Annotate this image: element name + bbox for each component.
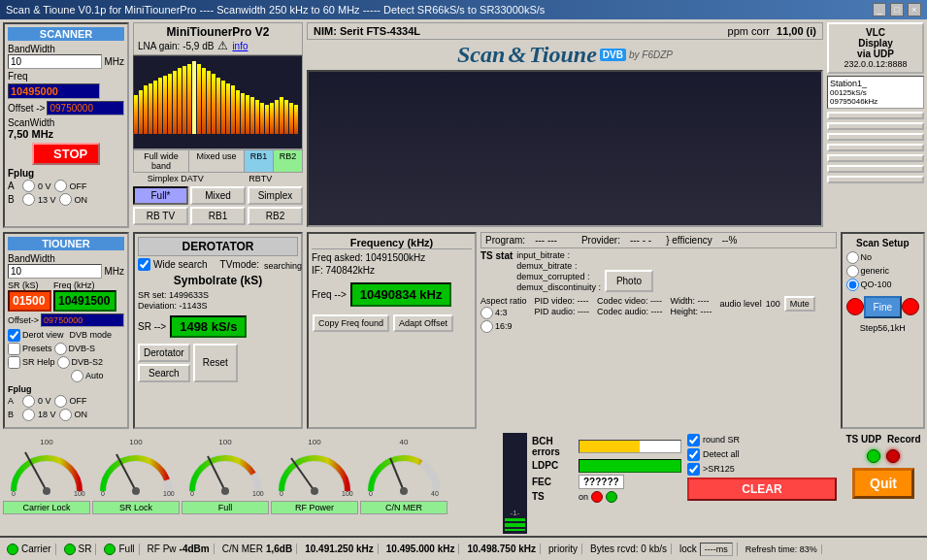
scanner-0v-radio[interactable] bbox=[22, 180, 35, 192]
channel-btn-7[interactable] bbox=[827, 176, 924, 183]
freq-asked-value: 10491500kHz bbox=[366, 252, 426, 263]
sr-lock-gauge: 100 0 100 SR Lock bbox=[92, 433, 180, 534]
t-18v-radio[interactable] bbox=[22, 409, 35, 421]
lock-status: lock ----ms bbox=[676, 543, 738, 556]
scanner-freq-input[interactable] bbox=[8, 83, 100, 99]
t-0v-radio[interactable] bbox=[22, 395, 35, 408]
frequency-panel: Frequency (kHz) Freq asked: 10491500kHz … bbox=[307, 232, 477, 429]
scanner-on-radio[interactable] bbox=[59, 193, 72, 206]
round-sr-cb[interactable] bbox=[687, 434, 700, 446]
freq-current-row: Freq --> 10490834 kHz bbox=[312, 279, 472, 311]
svg-rect-28 bbox=[270, 103, 274, 134]
svg-text:0: 0 bbox=[12, 490, 16, 497]
fplug-b-row: B 13 V ON bbox=[8, 193, 124, 206]
lock-value: ----ms bbox=[700, 543, 733, 556]
bch-label: BCH errors bbox=[532, 436, 576, 457]
channel-list bbox=[827, 111, 924, 228]
quit-button[interactable]: Quit bbox=[852, 468, 914, 499]
rb1-button[interactable]: RB1 bbox=[190, 207, 246, 225]
audio-level-label: audio level bbox=[720, 299, 762, 309]
scan-qo100-radio[interactable] bbox=[846, 279, 859, 291]
svg-rect-24 bbox=[250, 97, 254, 134]
stop-button[interactable]: STOP bbox=[32, 143, 100, 165]
t-on-radio[interactable] bbox=[59, 409, 72, 421]
rb2-button[interactable]: RB2 bbox=[248, 207, 303, 225]
channel-btn-1[interactable] bbox=[827, 112, 924, 119]
presets-row: Presets DVB-S bbox=[8, 343, 124, 355]
svg-rect-29 bbox=[275, 100, 279, 134]
carrier-lock-gauge: 100 0 100 Carrier Lock bbox=[3, 433, 90, 534]
photo-btn[interactable]: Photo bbox=[605, 270, 653, 292]
derot-buttons: Derotator Search Reset bbox=[138, 344, 298, 382]
minimize-btn[interactable]: _ bbox=[873, 3, 886, 16]
mixed-button[interactable]: Mixed bbox=[190, 186, 246, 205]
rbtv-button[interactable]: RB TV bbox=[133, 207, 188, 225]
tioune-offset-input[interactable] bbox=[41, 313, 124, 327]
vlc-panel: VLCDisplayvia UDP 232.0.0.12:8888 Statio… bbox=[827, 22, 924, 228]
clear-button[interactable]: CLEAR bbox=[687, 478, 837, 501]
middle-row: TIOUNER BandWidth MHz SR (kS) 01500 Freq… bbox=[0, 230, 927, 431]
scan-generic-radio[interactable] bbox=[846, 265, 859, 278]
scanner-13v-radio[interactable] bbox=[22, 193, 35, 206]
maximize-btn[interactable]: □ bbox=[890, 3, 904, 16]
derotator-btn[interactable]: Derotator bbox=[138, 344, 190, 362]
detect-all-cb[interactable] bbox=[687, 448, 700, 461]
rf-power-label: RF Power bbox=[271, 501, 358, 514]
svg-point-45 bbox=[221, 487, 229, 495]
channel-btn-5[interactable] bbox=[827, 154, 924, 162]
scan-no-row: No bbox=[846, 251, 919, 264]
ar-43-radio[interactable] bbox=[480, 307, 493, 319]
tioune-checkboxes: Derot view DVB mode Presets DVB-S SR Hel… bbox=[8, 329, 124, 382]
svg-rect-6 bbox=[163, 76, 167, 134]
auto-radio[interactable] bbox=[71, 370, 83, 382]
presets-cb[interactable] bbox=[8, 343, 20, 355]
derot-view-cb[interactable] bbox=[8, 329, 20, 342]
channel-btn-2[interactable] bbox=[827, 122, 924, 130]
tvmode-label: TVmode: bbox=[220, 259, 260, 270]
fine-row: Fine bbox=[846, 293, 919, 321]
rf-pw-label: RF Pw bbox=[148, 544, 177, 554]
fplug-a-row: A 0 V OFF bbox=[8, 180, 124, 192]
full-button[interactable]: Full* bbox=[133, 186, 188, 205]
srhelp-cb[interactable] bbox=[8, 356, 20, 369]
dvb-s2-radio[interactable] bbox=[57, 356, 70, 369]
adapt-offset-btn[interactable]: Adapt Offset bbox=[393, 314, 453, 332]
fine-btn[interactable]: Fine bbox=[864, 296, 902, 318]
reset-btn[interactable]: Reset bbox=[193, 344, 238, 382]
scanner-offset-input[interactable] bbox=[47, 101, 124, 115]
mute-btn[interactable]: Mute bbox=[784, 296, 815, 312]
sr125-cb[interactable] bbox=[687, 463, 700, 476]
copy-freq-btn[interactable]: Copy Freq found bbox=[313, 314, 389, 332]
wide-search-cb[interactable] bbox=[138, 258, 150, 271]
t-off-radio[interactable] bbox=[54, 395, 67, 408]
simplex-button[interactable]: Simplex bbox=[248, 186, 303, 205]
close-btn[interactable]: × bbox=[908, 3, 921, 16]
svg-line-54 bbox=[390, 458, 404, 491]
tioune-sr-col: SR (kS) 01500 bbox=[8, 280, 51, 312]
bch-bar-container bbox=[579, 440, 681, 453]
channel-btn-3[interactable] bbox=[827, 133, 924, 141]
scan-no-label: No bbox=[861, 252, 873, 262]
scan-setup-title: Scan Setup bbox=[846, 238, 919, 248]
sym-title: Symbolrate (kS) bbox=[138, 274, 298, 287]
scanner-offset-row: Offset -> bbox=[8, 101, 124, 115]
info-link[interactable]: info bbox=[232, 41, 248, 51]
priority-status: priority bbox=[545, 544, 582, 554]
tioune-bw-input[interactable] bbox=[8, 264, 102, 279]
channel-btn-6[interactable] bbox=[827, 165, 924, 173]
search-btn[interactable]: Search bbox=[138, 364, 190, 382]
scanner-bandwidth-input[interactable] bbox=[8, 54, 102, 69]
freq-display: 10490834 kHz bbox=[350, 282, 452, 307]
vlc-title: VLCDisplayvia UDP bbox=[832, 27, 919, 59]
scanner-freq-label: Freq bbox=[8, 71, 28, 82]
ar-169-radio[interactable] bbox=[480, 320, 493, 333]
dvb-s-radio[interactable] bbox=[54, 343, 67, 355]
scan-no-radio[interactable] bbox=[846, 251, 859, 264]
fplug-label: Fplug bbox=[8, 168, 124, 179]
top-row: SCANNER BandWidth MHz Freq Offset -> Sca… bbox=[0, 19, 927, 230]
channel-btn-4[interactable] bbox=[827, 144, 924, 151]
scanner-off-radio[interactable] bbox=[54, 180, 67, 192]
ts-udp-labels: TS UDP Record bbox=[845, 434, 920, 445]
derot-view-row: Derot view DVB mode bbox=[8, 329, 124, 342]
scanner-freq-row: Freq bbox=[8, 71, 124, 82]
